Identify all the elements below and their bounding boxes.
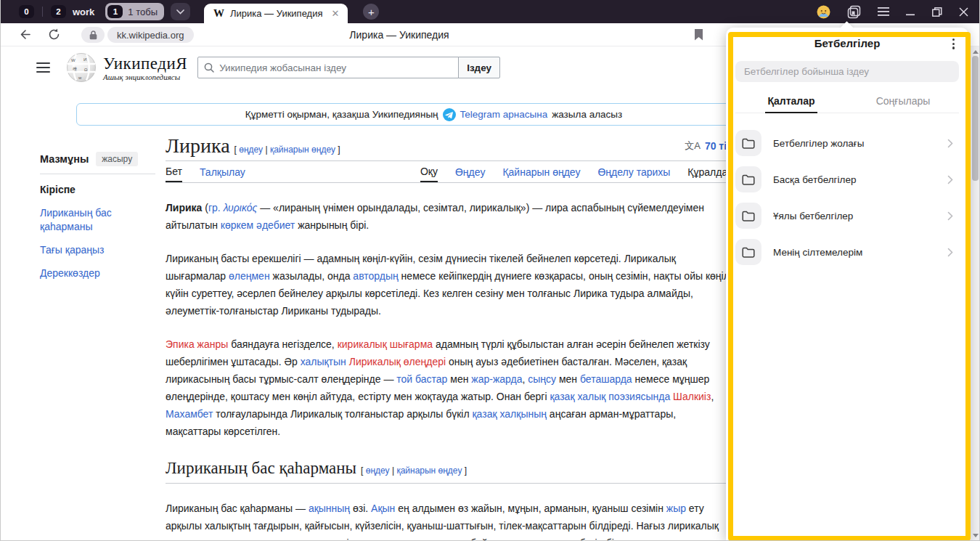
inline-link[interactable]: беташарда — [580, 373, 632, 385]
inline-link[interactable]: қайнарын өңдеу — [396, 465, 462, 476]
text: ( — [202, 202, 208, 213]
inline-link[interactable]: гр. — [208, 202, 221, 213]
chevron-down-icon — [176, 9, 184, 15]
close-window-icon[interactable] — [959, 7, 968, 17]
browser-window: 0 2 work 1 1 тобы W Лирика — Уикипедия ✕… — [0, 0, 980, 541]
inline-link[interactable]: сыңсу — [528, 373, 556, 385]
scroll-up-icon[interactable] — [973, 50, 979, 54]
inline-link[interactable]: қайнарын өңдеу — [270, 145, 335, 155]
text: | — [390, 465, 397, 476]
toc-item-references[interactable]: Дереккөздер — [40, 267, 155, 280]
tab-talk[interactable]: Талқылау — [200, 161, 245, 182]
folder-label: Басқа бетбелгілер — [773, 174, 856, 185]
inline-link[interactable]: ақынның — [309, 503, 350, 514]
new-tab-button[interactable]: + — [363, 4, 379, 20]
inline-link[interactable]: жар-жарда — [471, 373, 522, 385]
inline-link[interactable]: той бастар — [396, 373, 447, 385]
wiki-search-input[interactable] — [219, 62, 458, 73]
restore-icon[interactable] — [932, 7, 942, 17]
minimize-icon[interactable] — [906, 7, 915, 16]
inline-link[interactable]: өңдеу — [239, 145, 263, 155]
wikipedia-globe-icon: WИ 维Ω w — [66, 52, 97, 83]
tab-read[interactable]: Оқу — [420, 161, 438, 182]
sitenotice-banner: Құрметті оқырман, қазақша Уикипедияның T… — [76, 103, 791, 126]
active-tab[interactable]: W Лирика — Уикипедия ✕ — [204, 4, 348, 23]
workspace-label[interactable]: work — [73, 7, 94, 17]
tab-edit-source[interactable]: Қайнарын өңдеу — [502, 161, 580, 182]
tab-group[interactable]: 1 1 тобы — [105, 3, 164, 20]
scrollbar-thumb[interactable] — [972, 56, 979, 181]
tab-page[interactable]: Бет — [166, 161, 182, 182]
wikipedia-logo[interactable]: WИ 维Ω w УикипедиЯ Ашық энциклопедиясы — [66, 52, 187, 83]
wikipedia-favicon: W — [213, 7, 224, 20]
tab-folders[interactable]: Қалталар — [735, 91, 847, 113]
main-menu-icon[interactable] — [36, 62, 50, 73]
tab-counter-badge[interactable]: 0 — [19, 5, 34, 18]
toc-item-see-also[interactable]: Тағы қараңыз — [40, 243, 155, 257]
toc-hide-button[interactable]: жасыру — [96, 152, 138, 166]
folder-row-mobile-bookmarks[interactable]: Ұялы бетбелгілер — [735, 198, 959, 234]
telegram-icon — [443, 108, 456, 121]
inline-link[interactable]: кирикалық шығарма — [338, 338, 433, 350]
folder-row-bookmarks-bar[interactable]: Бетбелгілер жолағы — [735, 125, 959, 161]
tab-edit[interactable]: Өңдеу — [455, 161, 485, 182]
inline-link[interactable]: жыр — [666, 503, 686, 514]
text: , — [711, 391, 714, 402]
toc-item-main-hero[interactable]: Лириканың бас қаһарманы — [40, 206, 131, 234]
text: мен — [556, 373, 580, 385]
article-body: Лирика[ өңдеу | қайнарын өңдеу ] 文A 70 т… — [166, 126, 733, 541]
inline-link[interactable]: халықтын — [301, 356, 346, 367]
telegram-channel-link[interactable]: Telegram арнасына — [460, 109, 548, 120]
svg-text:W: W — [71, 58, 75, 62]
inline-link[interactable]: өңдеу — [366, 465, 390, 476]
text: баяндауға негізделсе, — [228, 338, 337, 350]
paragraph: Лириканың бас қаһарманы — ақынның өзі. А… — [166, 500, 733, 541]
inline-link[interactable]: λυρικός — [224, 202, 258, 213]
text: Лириканың бас қаһарманы — — [166, 503, 309, 514]
folder-label: Менің сілтемелерім — [773, 247, 862, 258]
paragraph: Эпика жанры баяндауға негізделсе, кирика… — [166, 335, 733, 440]
tab-history[interactable]: Өңделу тарихы — [597, 161, 670, 182]
inline-link[interactable]: автордың — [353, 270, 398, 282]
inline-link[interactable]: өлеңмен — [229, 270, 270, 282]
bookmarks-panel: Бетбелгілер Қалталар Соңғылары Бетбелгіл… — [726, 28, 968, 541]
inline-link[interactable]: Махамбет — [166, 408, 213, 420]
inline-link[interactable]: Ақын — [371, 503, 395, 514]
inline-link[interactable]: көркем әдебиет — [221, 219, 295, 231]
chevron-right-icon — [947, 248, 953, 257]
tab-group-count-badge: 1 — [107, 5, 123, 18]
menu-icon[interactable] — [878, 7, 889, 16]
folder-row-other-bookmarks[interactable]: Басқа бетбелгілер — [735, 161, 959, 198]
kebab-menu-icon[interactable] — [951, 37, 956, 51]
folder-row-my-links[interactable]: Менің сілтемелерім — [735, 234, 959, 270]
page-title: Лирика — Уикипедия — [0, 23, 799, 46]
scroll-down-icon[interactable] — [973, 534, 979, 537]
wiki-search-button[interactable]: Іздеу — [458, 57, 500, 78]
folder-icon — [735, 130, 761, 156]
add-bookmark-icon[interactable] — [694, 29, 703, 41]
bookmarks-tabs: Қалталар Соңғылары — [735, 91, 959, 113]
toc-item-intro[interactable]: Кіріспе — [40, 183, 155, 197]
article-tabs: Бет Талқылау Оқу Өңдеу Қайнарын өңдеу Өң… — [166, 161, 733, 183]
page-scrollbar[interactable] — [971, 46, 980, 541]
tab-group-label: 1 тобы — [128, 7, 158, 17]
svg-text:И: И — [83, 57, 86, 62]
tab-recent[interactable]: Соңғылары — [847, 91, 959, 113]
inline-link[interactable]: Шалкиіз — [673, 391, 711, 402]
inline-link[interactable]: қазақ халық поэзиясында — [550, 391, 670, 402]
wiki-wordmark: УикипедиЯ — [103, 54, 187, 73]
workspace-count-badge[interactable]: 2 — [51, 5, 66, 18]
bookmarks-search-input[interactable] — [735, 66, 959, 77]
inline-link[interactable]: қазақ халқының — [472, 408, 546, 420]
close-tab-icon[interactable]: ✕ — [328, 9, 339, 18]
edit-links[interactable]: [ өңдеу | қайнарын өңдеу ] — [234, 145, 340, 155]
avatar[interactable] — [817, 5, 830, 19]
edit-links[interactable]: [ өңдеу | қайнарын өңдеу ] — [361, 465, 467, 476]
search-icon — [204, 62, 214, 73]
bookmarks-panel-icon[interactable] — [847, 5, 861, 19]
inline-link[interactable]: Лирикалық өлеңдері — [349, 356, 446, 367]
inline-link[interactable]: Эпика жанры — [166, 338, 228, 350]
wiki-tagline: Ашық энциклопедиясы — [103, 73, 187, 81]
svg-text:维: 维 — [73, 66, 77, 71]
tab-group-collapse-button[interactable] — [171, 3, 190, 20]
